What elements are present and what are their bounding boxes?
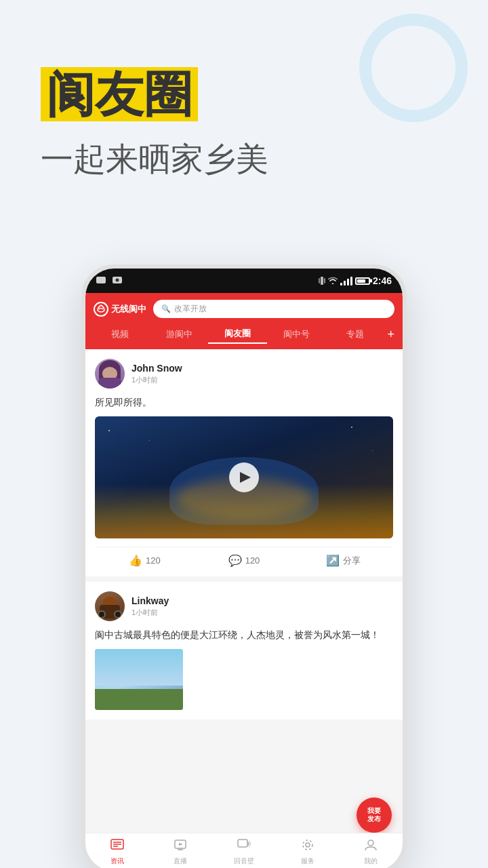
ground-decoration xyxy=(95,689,183,711)
star-4 xyxy=(372,450,373,451)
post-meta-2: Linkway 1小时前 xyxy=(131,595,169,618)
echo-icon xyxy=(237,838,251,855)
search-bar[interactable]: 🔍 改革开放 xyxy=(153,300,394,318)
post-video-1[interactable] xyxy=(95,416,393,538)
post-header-1: John Snow 1小时前 xyxy=(95,359,393,389)
echo-svg-icon xyxy=(237,838,251,852)
vibrate-icon xyxy=(319,276,325,285)
post-time-2: 1小时前 xyxy=(131,608,169,618)
sky-decoration xyxy=(95,649,183,686)
share-action[interactable]: ↗️ 分享 xyxy=(293,554,393,567)
tab-zhuanti[interactable]: 专题 xyxy=(326,326,385,343)
app-name: 无线阆中 xyxy=(111,303,146,315)
echo-label: 回音壁 xyxy=(234,856,254,866)
bottom-nav-service[interactable]: 服务 xyxy=(276,838,340,866)
svg-point-2 xyxy=(116,279,119,282)
svg-rect-5 xyxy=(324,278,325,283)
promo-section: 阆友圈 一起来晒家乡美 xyxy=(41,68,268,181)
comment-count: 120 xyxy=(245,555,260,566)
news-icon xyxy=(110,838,125,855)
star-1 xyxy=(108,430,110,431)
like-count: 120 xyxy=(146,555,161,566)
svg-rect-4 xyxy=(319,278,320,283)
status-left-icons xyxy=(96,277,123,285)
fab-label-2: 发布 xyxy=(367,815,381,823)
post-username-1: John Snow xyxy=(131,363,182,374)
search-icon: 🔍 xyxy=(161,304,171,313)
live-svg-icon xyxy=(173,838,188,852)
promo-subtitle: 一起来晒家乡美 xyxy=(41,138,268,181)
bottom-nav-news[interactable]: 资讯 xyxy=(85,838,149,866)
share-icon: ↗️ xyxy=(326,554,340,567)
bottom-nav-mine[interactable]: 我的 xyxy=(339,838,403,866)
comment-icon: 💬 xyxy=(228,554,242,567)
news-label: 资讯 xyxy=(110,856,124,866)
post-username-2: Linkway xyxy=(131,595,169,606)
tab-languyouquan[interactable]: 阆友圈 xyxy=(208,325,267,344)
fab-publish-button[interactable]: 我要 发布 xyxy=(357,797,392,833)
svg-point-15 xyxy=(306,843,310,847)
like-action[interactable]: 👍 120 xyxy=(95,554,195,567)
tab-add-icon[interactable]: + xyxy=(385,328,398,342)
like-icon: 👍 xyxy=(129,554,142,567)
play-button[interactable] xyxy=(229,462,259,492)
post-text-1: 所见即所得。 xyxy=(95,395,393,410)
logo-svg xyxy=(96,304,106,314)
post-image-preview[interactable] xyxy=(95,649,183,710)
status-right-info: 2:46 xyxy=(319,275,392,286)
service-svg-icon xyxy=(300,838,315,852)
logo-icon xyxy=(94,302,108,317)
live-label: 直播 xyxy=(174,856,187,866)
svg-point-17 xyxy=(368,840,373,846)
star-2 xyxy=(149,440,150,441)
news-svg-icon xyxy=(110,838,125,852)
service-icon xyxy=(300,838,315,855)
bottom-nav-live[interactable]: 直播 xyxy=(149,838,213,866)
bottom-nav: 资讯 直播 回音壁 xyxy=(85,833,403,868)
feed: John Snow 1小时前 所见即所得。 xyxy=(85,349,403,833)
city-lights-decoration xyxy=(95,484,393,538)
post-text-2: 阆中古城最具特色的便是大江环绕，人杰地灵，被誉为风水第一城！ xyxy=(95,628,393,642)
search-placeholder: 改革开放 xyxy=(174,303,207,315)
wifi-icon xyxy=(328,277,338,285)
live-icon xyxy=(173,838,188,855)
play-triangle-icon xyxy=(240,472,251,483)
svg-rect-14 xyxy=(238,840,247,847)
post-header-2: Linkway 1小时前 xyxy=(95,591,393,621)
star-3 xyxy=(351,427,352,428)
status-time: 2:46 xyxy=(373,275,392,286)
notification-icon xyxy=(96,277,108,285)
post-actions-1: 👍 120 💬 120 ↗️ 分享 xyxy=(95,547,393,567)
post-card-1: John Snow 1小时前 所见即所得。 xyxy=(85,349,403,576)
mine-icon xyxy=(363,838,378,855)
service-label: 服务 xyxy=(301,856,314,866)
tab-video[interactable]: 视频 xyxy=(91,326,150,343)
nav-tabs: 视频 游阆中 阆友圈 阆中号 专题 + xyxy=(85,325,403,349)
mine-label: 我的 xyxy=(364,856,378,866)
battery-icon xyxy=(355,277,370,285)
tab-langzhonghao[interactable]: 阆中号 xyxy=(267,326,326,343)
post-card-2: Linkway 1小时前 阆中古城最具特色的便是大江环绕，人杰地灵，被誉为风水第… xyxy=(85,582,403,719)
post-time-1: 1小时前 xyxy=(131,375,182,385)
svg-marker-11 xyxy=(179,843,183,846)
avatar-john-snow xyxy=(95,359,125,389)
avatar-linkway xyxy=(95,591,125,621)
svg-rect-0 xyxy=(96,277,106,283)
post-meta-1: John Snow 1小时前 xyxy=(131,363,182,385)
bottom-nav-echo[interactable]: 回音壁 xyxy=(212,838,276,866)
phone-mockup: 2:46 无线阆中 🔍 改革开放 视频 游阆中 阆友圈 阆中号 专题 + xyxy=(81,264,407,868)
decorative-circle xyxy=(359,14,468,122)
svg-rect-3 xyxy=(321,277,323,285)
fab-label: 我要 xyxy=(367,807,381,815)
svg-point-16 xyxy=(303,840,312,850)
signal-bars xyxy=(340,276,352,285)
mine-svg-icon xyxy=(363,838,378,852)
promo-title: 阆友圈 xyxy=(41,68,268,121)
camera-icon xyxy=(113,277,123,285)
tab-youlanzhong[interactable]: 游阆中 xyxy=(150,326,209,343)
app-header: 无线阆中 🔍 改革开放 xyxy=(85,293,403,325)
comment-action[interactable]: 💬 120 xyxy=(195,554,294,567)
status-bar: 2:46 xyxy=(85,269,403,293)
app-logo: 无线阆中 xyxy=(94,302,146,317)
share-label: 分享 xyxy=(343,555,361,567)
